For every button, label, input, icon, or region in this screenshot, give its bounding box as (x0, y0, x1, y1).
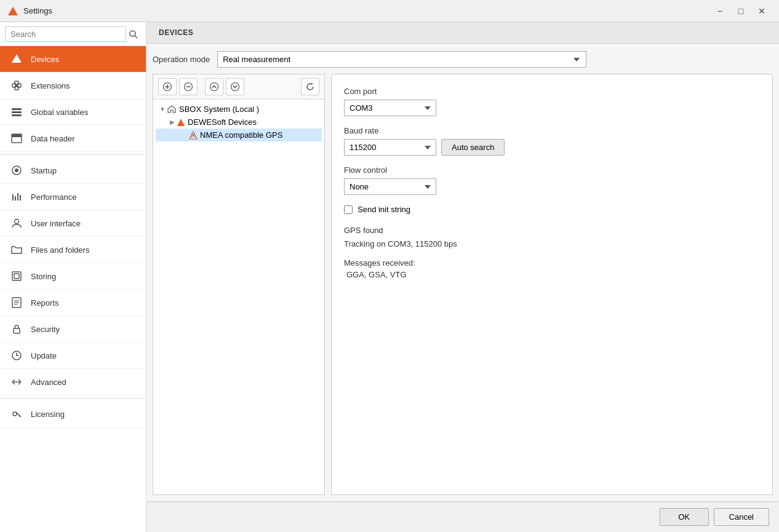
sidebar-item-files-and-folders[interactable]: Files and folders (0, 237, 146, 263)
svg-marker-0 (8, 7, 18, 15)
move-down-button[interactable] (226, 78, 244, 95)
reports-icon (10, 296, 23, 309)
startup-icon (10, 164, 23, 177)
sidebar-item-advanced-label: Advanced (31, 378, 66, 387)
remove-button[interactable] (179, 78, 198, 95)
send-init-string-row: Send init string (344, 205, 760, 214)
close-button[interactable]: ✕ (752, 2, 772, 20)
sidebar-item-reports-label: Reports (31, 298, 59, 308)
tree-node-nmea[interactable]: NMEA compatible GPS (156, 129, 322, 141)
status-line2: Tracking on COM3, 115200 bps (344, 237, 760, 251)
refresh-icon (306, 82, 314, 91)
tree-content: ▼ SBOX System (Local ) ▶ (153, 100, 324, 494)
tree-node-sbox-label: SBOX System (Local ) (179, 105, 259, 114)
sidebar-item-global-variables-label: Global variables (31, 108, 88, 117)
security-icon (10, 322, 23, 336)
sidebar-item-files-and-folders-label: Files and folders (31, 245, 89, 255)
sidebar-divider-1 (0, 154, 146, 155)
sidebar-items-list: Devices Extensions (0, 46, 146, 532)
sidebar-item-devices-label: Devices (31, 55, 59, 64)
sidebar-item-update-label: Update (31, 351, 57, 360)
home-icon (167, 104, 177, 114)
sidebar-item-global-variables[interactable]: Global variables (0, 99, 146, 125)
devices-icon (10, 52, 23, 66)
svg-rect-10 (12, 114, 22, 116)
sidebar-item-reports[interactable]: Reports (0, 290, 146, 316)
svg-rect-21 (14, 274, 19, 279)
svg-marker-3 (12, 54, 22, 63)
up-icon (210, 82, 218, 91)
extensions-icon (10, 79, 23, 92)
add-button[interactable] (158, 78, 177, 95)
sidebar-item-performance[interactable]: Performance (0, 184, 146, 210)
baud-rate-group: Baud rate 9600192003840057600115200 Auto… (344, 126, 760, 156)
sidebar-item-security[interactable]: Security (0, 316, 146, 343)
refresh-button[interactable] (301, 78, 319, 95)
sidebar: Devices Extensions (0, 22, 146, 532)
sidebar-item-data-header[interactable]: Data header (0, 125, 146, 152)
tree-node-sbox[interactable]: ▼ SBOX System (Local ) (156, 102, 322, 116)
performance-icon (10, 190, 23, 204)
sidebar-item-startup[interactable]: Startup (0, 157, 146, 184)
sidebar-divider-2 (0, 398, 146, 399)
search-button[interactable] (126, 26, 141, 42)
flow-control-select[interactable]: NoneHardwareSoftware (344, 178, 436, 195)
tree-node-dewesoft[interactable]: ▶ DEWESoft Devices (156, 116, 322, 129)
storing-icon (10, 269, 23, 283)
operation-mode-row: Operation mode Real measurement Simulati… (146, 44, 779, 68)
operation-mode-label: Operation mode (153, 55, 210, 64)
svg-point-19 (15, 220, 19, 224)
down-icon (231, 82, 239, 91)
svg-rect-20 (12, 272, 21, 280)
baud-rate-select[interactable]: 9600192003840057600115200 (344, 139, 436, 156)
sidebar-item-storing[interactable]: Storing (0, 263, 146, 290)
com-port-select[interactable]: COM1COM2COM3COM4COM5 (344, 100, 436, 116)
search-input[interactable] (5, 26, 126, 42)
svg-rect-8 (12, 108, 22, 110)
messages-value: GGA, GSA, VTG (344, 270, 760, 279)
user-interface-icon (10, 216, 23, 230)
svg-rect-5 (17, 84, 21, 87)
auto-search-button[interactable]: Auto search (441, 139, 505, 156)
sidebar-item-devices[interactable]: Devices (0, 46, 146, 73)
sidebar-item-extensions[interactable]: Extensions (0, 73, 146, 99)
com-port-group: Com port COM1COM2COM3COM4COM5 (344, 87, 760, 116)
window-controls: − □ ✕ (710, 2, 772, 20)
cancel-button[interactable]: Cancel (714, 508, 769, 526)
send-init-string-label: Send init string (358, 205, 410, 214)
content-title: DEVICES (159, 28, 767, 37)
sidebar-item-advanced[interactable]: Advanced (0, 369, 146, 395)
tree-node-dewesoft-label: DEWESoft Devices (188, 117, 257, 127)
maximize-button[interactable]: □ (731, 2, 751, 20)
advanced-icon (10, 375, 23, 389)
operation-mode-select[interactable]: Real measurement Simulation Replay (217, 51, 586, 68)
svg-rect-4 (12, 84, 16, 87)
sidebar-item-update[interactable]: Update (0, 343, 146, 369)
sidebar-item-data-header-label: Data header (31, 134, 75, 143)
svg-point-1 (130, 31, 135, 36)
sidebar-item-extensions-label: Extensions (31, 81, 70, 90)
minimize-button[interactable]: − (710, 2, 730, 20)
content-body: ▼ SBOX System (Local ) ▶ (146, 68, 779, 501)
svg-line-35 (19, 415, 20, 416)
search-box (0, 22, 146, 46)
ok-button[interactable]: OK (660, 508, 709, 526)
dewesoft-icon (177, 117, 185, 127)
app-logo (7, 6, 18, 17)
tree-panel: ▼ SBOX System (Local ) ▶ (153, 74, 325, 495)
remove-icon (184, 82, 193, 91)
footer: OK Cancel (146, 501, 779, 532)
sidebar-item-licensing[interactable]: Licensing (0, 401, 146, 427)
expand-dewesoft: ▶ (168, 117, 177, 126)
move-up-button[interactable] (205, 78, 223, 95)
messages-label: Messages received: (344, 258, 760, 268)
search-icon (129, 30, 138, 39)
content-header: DEVICES (146, 22, 779, 44)
send-init-string-checkbox[interactable] (344, 205, 353, 214)
files-and-folders-icon (10, 243, 23, 256)
sidebar-item-user-interface[interactable]: User interface (0, 210, 146, 237)
messages-group: Messages received: GGA, GSA, VTG (344, 258, 760, 279)
gps-icon (189, 130, 198, 140)
window-title: Settings (23, 6, 710, 15)
svg-rect-6 (15, 81, 18, 85)
